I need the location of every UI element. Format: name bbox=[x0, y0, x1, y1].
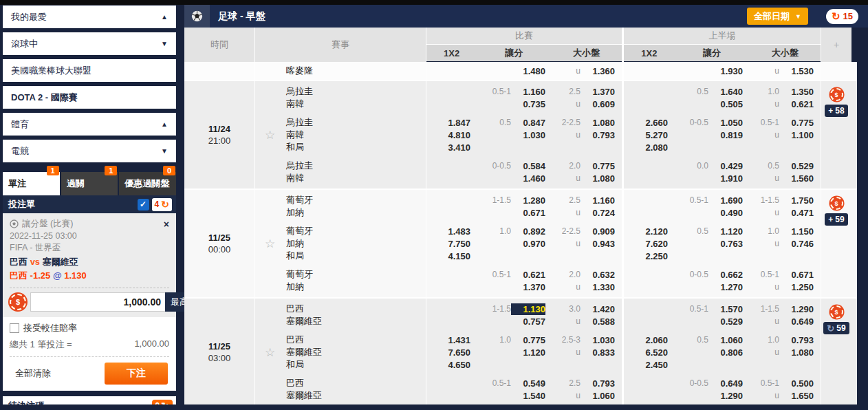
odds-price[interactable]: 1.540 bbox=[511, 390, 545, 402]
date-filter-button[interactable]: 全部日期 ▼ bbox=[747, 8, 808, 25]
odds-price[interactable]: 0.671 bbox=[779, 269, 814, 281]
odds-price[interactable]: 1.060 bbox=[708, 334, 743, 346]
stake-input[interactable] bbox=[30, 292, 165, 312]
odds-price[interactable]: 1.100 bbox=[779, 129, 814, 141]
odds-price[interactable]: 1.330 bbox=[581, 281, 615, 293]
odds-price[interactable]: 0.621 bbox=[779, 98, 814, 110]
odds-price[interactable]: 0.763 bbox=[708, 238, 743, 250]
sidebar-item[interactable]: 滾球中▼ bbox=[3, 32, 176, 55]
odds-price[interactable]: 0.909 bbox=[581, 226, 615, 237]
odds-price[interactable]: 1.910 bbox=[708, 173, 743, 184]
expand-columns-button[interactable]: + bbox=[821, 28, 851, 62]
odds-price[interactable]: 1.160 bbox=[581, 195, 615, 206]
odds-price[interactable]: 0.671 bbox=[511, 207, 545, 219]
odds-price[interactable]: 1.030 bbox=[581, 334, 615, 346]
odds-price[interactable]: 1.120 bbox=[708, 226, 743, 237]
odds-price[interactable]: 1.530 bbox=[779, 65, 814, 77]
more-markets-badge[interactable]: +59 bbox=[825, 213, 847, 226]
odds-price[interactable]: 0.549 bbox=[511, 378, 545, 389]
odds-price[interactable]: 0.757 bbox=[511, 316, 545, 327]
odds-price[interactable]: 1.060 bbox=[581, 390, 615, 402]
odds-price[interactable]: 2.060 bbox=[633, 334, 668, 346]
odds-price[interactable]: 0.793 bbox=[581, 378, 615, 389]
favorite-star-icon[interactable]: ☆ bbox=[265, 237, 275, 251]
odds-price[interactable]: 1.280 bbox=[511, 195, 545, 206]
tab-優惠過關盤[interactable]: 優惠過關盤0 bbox=[119, 172, 176, 195]
place-bet-button[interactable]: 下注 bbox=[105, 363, 168, 385]
odds-price[interactable]: 1.150 bbox=[779, 226, 814, 237]
odds-price[interactable]: 2.120 bbox=[633, 226, 668, 237]
odds-price[interactable]: 1.290 bbox=[779, 303, 814, 315]
odds-price[interactable]: 1.080 bbox=[581, 173, 615, 184]
odds-price[interactable]: 0.819 bbox=[708, 129, 743, 141]
odds-price[interactable]: 1.460 bbox=[511, 173, 545, 184]
odds-price[interactable]: 1.120 bbox=[511, 347, 545, 358]
odds-price[interactable]: 1.080 bbox=[779, 347, 814, 358]
more-markets-badge[interactable]: ↻59 bbox=[823, 322, 849, 334]
odds-price[interactable]: 1.350 bbox=[779, 86, 814, 98]
odds-price[interactable]: 0.500 bbox=[779, 378, 814, 389]
odds-price[interactable]: 1.483 bbox=[436, 226, 470, 237]
sidebar-item[interactable]: 電競▼ bbox=[3, 140, 176, 162]
odds-price[interactable]: 0.746 bbox=[779, 238, 814, 250]
tab-過關[interactable]: 過關1 bbox=[61, 172, 118, 195]
odds-price[interactable]: 0.970 bbox=[511, 238, 545, 250]
odds-price[interactable]: 0.632 bbox=[581, 269, 615, 281]
clear-all-button[interactable]: 全部清除 bbox=[15, 367, 51, 380]
odds-price[interactable]: 2.080 bbox=[633, 142, 668, 153]
refresh-icon[interactable]: ↻ bbox=[161, 199, 169, 209]
odds-price[interactable]: 7.650 bbox=[436, 347, 470, 358]
close-icon[interactable]: × bbox=[164, 219, 169, 230]
odds-price[interactable]: 0.429 bbox=[708, 160, 743, 172]
odds-price[interactable]: 2.250 bbox=[633, 250, 668, 262]
odds-price[interactable]: 7.750 bbox=[436, 238, 470, 250]
odds-price[interactable]: 1.360 bbox=[581, 65, 615, 77]
odds-price[interactable]: 1.570 bbox=[708, 303, 743, 315]
betslip-checkbox[interactable]: ✓ bbox=[138, 199, 149, 211]
odds-price[interactable]: 0.471 bbox=[779, 207, 814, 219]
odds-price[interactable]: 0.806 bbox=[708, 347, 743, 358]
odds-price[interactable]: 0.793 bbox=[779, 334, 814, 346]
odds-price[interactable]: 0.724 bbox=[581, 207, 615, 219]
accept-better-odds-checkbox[interactable] bbox=[10, 323, 19, 333]
odds-price[interactable]: 1.050 bbox=[708, 117, 743, 129]
odds-price[interactable]: 0.735 bbox=[511, 98, 545, 110]
odds-price[interactable]: 0.609 bbox=[581, 98, 615, 110]
odds-price[interactable]: 0.649 bbox=[779, 316, 814, 327]
odds-price[interactable]: 1.847 bbox=[436, 117, 470, 129]
odds-price[interactable]: 0.793 bbox=[581, 129, 615, 141]
odds-price[interactable]: 3.410 bbox=[436, 142, 470, 153]
favorite-star-icon[interactable]: ☆ bbox=[265, 128, 275, 142]
odds-price[interactable]: 0.847 bbox=[511, 117, 545, 129]
odds-price[interactable]: 1.250 bbox=[779, 281, 814, 293]
odds-price[interactable]: 2.450 bbox=[633, 359, 668, 371]
odds-price[interactable]: 5.270 bbox=[633, 129, 668, 141]
sidebar-item[interactable]: 美國職業棒球大聯盟 bbox=[3, 59, 176, 82]
odds-price[interactable]: 1.370 bbox=[511, 281, 545, 293]
odds-price[interactable]: 1.270 bbox=[708, 281, 743, 293]
odds-price[interactable]: 1.030 bbox=[511, 129, 545, 141]
odds-price[interactable]: 0.621 bbox=[511, 269, 545, 281]
refresh-countdown[interactable]: ↻ 15 bbox=[826, 9, 858, 24]
odds-price[interactable]: 0.943 bbox=[581, 238, 615, 250]
odds-price[interactable]: 0.892 bbox=[511, 226, 545, 237]
sidebar-item[interactable]: 我的最愛▲ bbox=[3, 6, 176, 28]
odds-price[interactable]: 1.930 bbox=[708, 65, 743, 77]
odds-price[interactable]: 0.584 bbox=[511, 160, 545, 172]
odds-price[interactable]: 0.529 bbox=[779, 160, 814, 172]
odds-price[interactable]: 7.620 bbox=[633, 238, 668, 250]
tab-單注[interactable]: 單注1 bbox=[3, 172, 60, 195]
odds-price[interactable]: 1.480 bbox=[511, 65, 545, 77]
odds-price[interactable]: 1.290 bbox=[708, 390, 743, 402]
sidebar-item[interactable]: 體育▲ bbox=[3, 113, 176, 136]
odds-price[interactable]: 1.640 bbox=[708, 86, 743, 98]
odds-price[interactable]: 0.775 bbox=[511, 334, 545, 346]
odds-price[interactable]: 0.490 bbox=[708, 207, 743, 219]
odds-price[interactable]: 0.588 bbox=[581, 316, 615, 327]
odds-price[interactable]: 4.650 bbox=[436, 359, 470, 371]
odds-price[interactable]: 0.662 bbox=[708, 269, 743, 281]
odds-price[interactable]: 1.690 bbox=[708, 195, 743, 206]
odds-price[interactable]: 0.833 bbox=[581, 347, 615, 358]
odds-price[interactable]: 0.775 bbox=[779, 117, 814, 129]
odds-price[interactable]: 2.660 bbox=[633, 117, 668, 129]
